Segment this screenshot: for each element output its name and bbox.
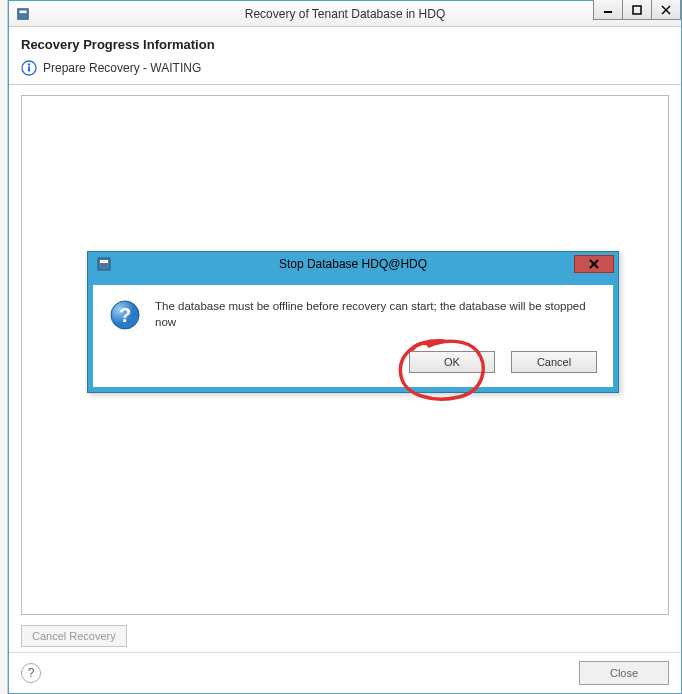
cancel-recovery-button[interactable]: Cancel Recovery (21, 625, 127, 647)
window-close-button[interactable] (651, 0, 681, 20)
dialog-message: The database must be offline before reco… (155, 299, 597, 330)
left-edge-fragment (0, 0, 8, 694)
ok-button[interactable]: OK (409, 351, 495, 373)
dialog-app-icon (96, 256, 112, 272)
minimize-button[interactable] (593, 0, 623, 20)
window-controls (594, 0, 681, 20)
dialog-body: ? The database must be offline before re… (93, 285, 613, 345)
dialog-title: Stop Database HDQ@HDQ (88, 257, 618, 271)
close-button[interactable]: Close (579, 661, 669, 685)
window-titlebar: Recovery of Tenant Database in HDQ (9, 1, 681, 27)
section-heading: Recovery Progress Information (9, 27, 681, 58)
dialog-frame: ? The database must be offline before re… (88, 280, 618, 392)
cancel-button[interactable]: Cancel (511, 351, 597, 373)
svg-rect-1 (20, 10, 27, 13)
bottom-bar: Cancel Recovery (21, 625, 127, 647)
question-icon: ? (109, 299, 141, 331)
svg-rect-8 (28, 67, 30, 72)
status-row: Prepare Recovery - WAITING (9, 58, 681, 84)
app-icon (15, 6, 31, 22)
main-window: Recovery of Tenant Database in HDQ Recov… (8, 0, 682, 694)
status-text: Prepare Recovery - WAITING (43, 61, 201, 75)
footer: ? Close (9, 653, 681, 693)
window-title: Recovery of Tenant Database in HDQ (9, 7, 681, 21)
stop-database-dialog: Stop Database HDQ@HDQ ? (87, 251, 619, 393)
svg-rect-0 (18, 8, 29, 19)
info-icon (21, 60, 37, 76)
help-icon[interactable]: ? (21, 663, 41, 683)
dialog-close-button[interactable] (574, 255, 614, 273)
separator (9, 84, 681, 85)
svg-rect-10 (100, 260, 108, 263)
dialog-button-row: OK Cancel (93, 345, 613, 387)
maximize-button[interactable] (622, 0, 652, 20)
dialog-titlebar: Stop Database HDQ@HDQ (88, 252, 618, 280)
svg-point-7 (28, 63, 30, 65)
svg-rect-3 (633, 6, 641, 14)
svg-rect-9 (98, 258, 110, 270)
svg-text:?: ? (119, 304, 131, 326)
